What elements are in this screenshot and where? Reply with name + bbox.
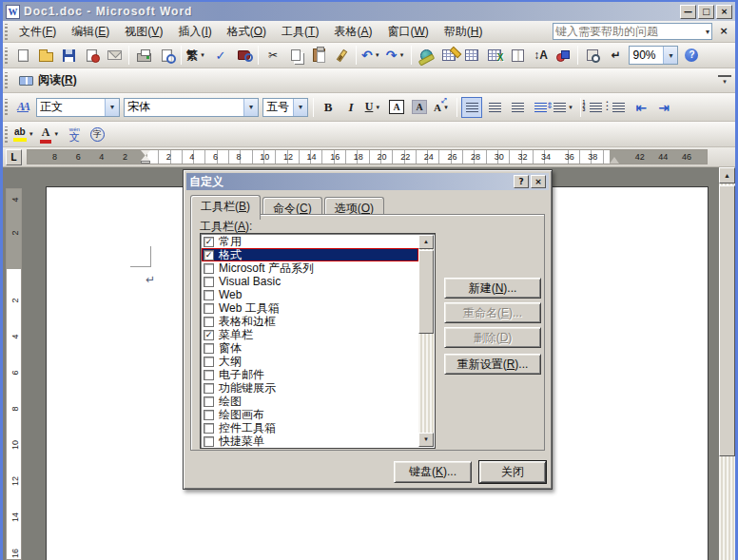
align-left-button[interactable] xyxy=(461,97,482,118)
checkbox-icon[interactable]: ✓ xyxy=(204,237,214,247)
character-scaling-dropdown-icon[interactable]: ▾ xyxy=(441,104,451,111)
checkbox-icon[interactable] xyxy=(204,357,214,367)
keyboard-button[interactable]: 键盘(K)... xyxy=(394,461,472,483)
toolbar-grip[interactable] xyxy=(5,99,8,115)
document-map-button[interactable] xyxy=(582,45,603,66)
bold-button[interactable]: B xyxy=(318,97,339,118)
character-shading-button[interactable]: A xyxy=(409,97,430,118)
scrollbar-thumb[interactable] xyxy=(719,185,735,456)
toolbar-list-item[interactable]: 快捷菜单 xyxy=(202,434,418,447)
line-spacing-dropdown-icon[interactable]: ▾ xyxy=(566,104,575,111)
dialog-close-icon[interactable]: × xyxy=(531,175,546,188)
toolbar-grip[interactable] xyxy=(5,48,8,64)
menu-item-2[interactable]: 视图(V) xyxy=(117,22,170,42)
character-scaling-button[interactable]: A▾ xyxy=(432,97,453,118)
new-document-button[interactable] xyxy=(12,45,33,66)
underline-dropdown-icon[interactable]: ▾ xyxy=(373,104,382,111)
font-combobox[interactable]: 宋体▾ xyxy=(124,98,259,117)
decrease-indent-button[interactable]: ⇤ xyxy=(631,97,651,118)
font-color-button[interactable]: A▾ xyxy=(39,124,63,145)
undo-button[interactable]: ↶▾ xyxy=(360,45,383,66)
menu-item-3[interactable]: 插入(I) xyxy=(170,22,219,42)
highlight-button[interactable]: ab▾ xyxy=(12,124,37,145)
toolbar-list-item[interactable]: Microsoft 产品系列 xyxy=(202,261,418,275)
paste-button[interactable] xyxy=(308,45,329,66)
font-dropdown-icon[interactable]: ▾ xyxy=(243,99,258,116)
font-color-dropdown-icon[interactable]: ▾ xyxy=(51,130,61,138)
checkbox-icon[interactable] xyxy=(204,263,214,274)
menu-item-1[interactable]: 编辑(E) xyxy=(64,22,117,42)
italic-button[interactable]: I xyxy=(340,97,361,118)
columns-button[interactable] xyxy=(507,45,528,66)
numbering-button[interactable] xyxy=(585,97,606,118)
checkbox-icon[interactable] xyxy=(204,277,214,287)
font-size-combobox[interactable]: 五号▾ xyxy=(262,98,308,117)
toolbar-grip[interactable] xyxy=(5,24,8,40)
reset-toolbar-button[interactable]: 重新设置(R)... xyxy=(444,354,541,375)
print-preview-button[interactable] xyxy=(156,45,177,66)
zoom-dropdown-icon[interactable]: ▾ xyxy=(663,47,677,64)
checkbox-icon[interactable] xyxy=(204,303,214,314)
menu-item-8[interactable]: 帮助(H) xyxy=(437,22,491,42)
chinese-conversion-button[interactable]: 繁▾ xyxy=(185,45,208,66)
maximize-button[interactable]: □ xyxy=(698,5,714,19)
spelling-grammar-button[interactable]: ✓ xyxy=(210,45,231,66)
line-spacing-button[interactable]: ▾ xyxy=(553,97,576,118)
zoom-combobox[interactable]: 90%▾ xyxy=(629,46,678,65)
checkbox-icon[interactable] xyxy=(204,383,214,394)
menu-item-6[interactable]: 表格(A) xyxy=(326,22,379,42)
vertical-scrollbar[interactable]: ▲ xyxy=(719,167,735,560)
checkbox-icon[interactable]: ✓ xyxy=(204,250,214,261)
checkbox-icon[interactable] xyxy=(204,436,214,447)
checkbox-icon[interactable] xyxy=(204,343,214,354)
styles-and-formatting-button[interactable]: AA xyxy=(12,97,33,118)
font-size-dropdown-icon[interactable]: ▾ xyxy=(293,99,307,116)
research-button[interactable] xyxy=(233,45,254,66)
tab-toolbars[interactable]: 工具栏(B) xyxy=(190,195,261,220)
checkbox-icon[interactable] xyxy=(204,317,214,327)
phonetic-guide-button[interactable]: wén文 xyxy=(64,124,85,145)
tab-stop-selector[interactable]: L xyxy=(6,149,22,165)
checkbox-icon[interactable] xyxy=(204,396,214,407)
insert-hyperlink-button[interactable] xyxy=(416,45,437,66)
format-painter-button[interactable] xyxy=(331,45,352,66)
redo-dropdown-icon[interactable]: ▾ xyxy=(397,51,406,59)
cut-button[interactable]: ✂ xyxy=(262,45,283,66)
style-dropdown-icon[interactable]: ▾ xyxy=(105,99,119,116)
minimize-button[interactable]: — xyxy=(680,5,696,19)
checkbox-icon[interactable] xyxy=(204,410,214,420)
checkbox-icon[interactable] xyxy=(204,370,214,380)
checkbox-icon[interactable]: ✓ xyxy=(204,330,214,340)
enclose-characters-button[interactable]: 字 xyxy=(87,124,107,145)
left-indent-marker[interactable] xyxy=(141,161,150,164)
new-toolbar-button[interactable]: 新建(N)... xyxy=(444,278,541,299)
dialog-help-icon[interactable]: ? xyxy=(514,175,529,188)
listbox-scroll-down-icon[interactable]: ▼ xyxy=(418,433,434,447)
print-button[interactable] xyxy=(133,45,154,66)
underline-button[interactable]: U▾ xyxy=(363,97,384,118)
listbox-scrollbar[interactable]: ▲ ▼ xyxy=(418,235,434,447)
align-center-button[interactable] xyxy=(484,97,505,118)
close-dialog-button[interactable]: 关闭 xyxy=(479,461,546,483)
toolbar-options-icon[interactable]: ▾ xyxy=(718,75,731,87)
drawing-button[interactable] xyxy=(553,45,573,66)
copy-button[interactable] xyxy=(285,45,306,66)
scroll-up-icon[interactable]: ▲ xyxy=(719,167,735,183)
increase-indent-button[interactable]: ⇥ xyxy=(653,97,674,118)
bullets-button[interactable] xyxy=(608,97,629,118)
reading-layout-button[interactable]: 阅读(R) xyxy=(11,70,85,90)
save-button[interactable] xyxy=(58,45,79,66)
listbox-scroll-up-icon[interactable]: ▲ xyxy=(418,235,434,249)
text-direction-button[interactable]: ↕A xyxy=(530,45,551,66)
toolbar-list-item[interactable]: Visual Basic xyxy=(202,275,418,288)
checkbox-icon[interactable] xyxy=(204,290,214,300)
menu-item-5[interactable]: 工具(T) xyxy=(274,22,326,42)
close-button[interactable]: × xyxy=(716,5,732,19)
insert-table-button[interactable] xyxy=(461,45,482,66)
help-question-dropdown-icon[interactable]: ▾ xyxy=(706,28,709,36)
open-button[interactable] xyxy=(35,45,56,66)
listbox-scrollbar-thumb[interactable] xyxy=(418,250,434,334)
checkbox-icon[interactable] xyxy=(204,423,214,434)
help-question-input[interactable]: 键入需要帮助的问题 ▾ xyxy=(553,23,712,40)
redo-button[interactable]: ↷▾ xyxy=(385,45,408,66)
